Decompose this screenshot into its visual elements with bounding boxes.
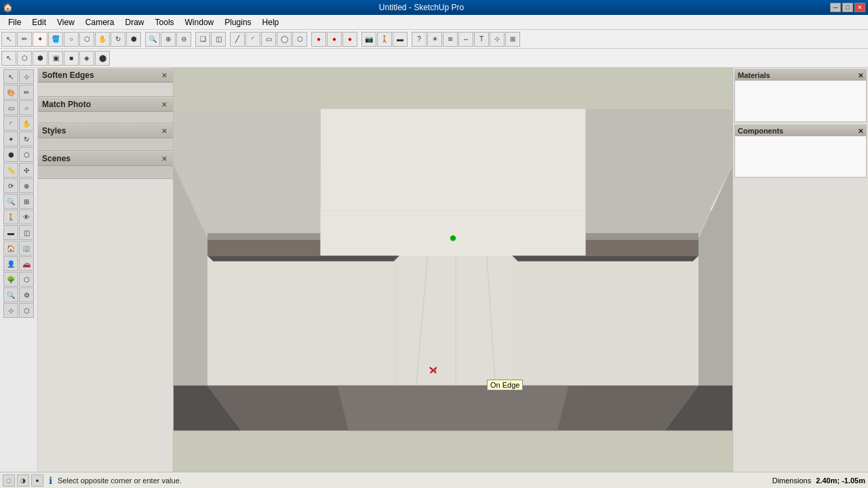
guides-icon[interactable]: ⊞	[505, 32, 520, 47]
lt-zoomext-icon[interactable]: ⊞	[19, 194, 34, 209]
lt-hand-icon[interactable]: ✋	[19, 116, 34, 131]
menubar-item-plugins[interactable]: Plugins	[219, 16, 256, 28]
lt-tree-icon[interactable]: 🌳	[3, 272, 18, 287]
styles-header[interactable]: Styles ✕	[38, 123, 173, 138]
cube-wire-icon[interactable]: ⬡	[17, 51, 32, 66]
materials-icon[interactable]: ◫	[211, 32, 226, 47]
styles-close-icon[interactable]: ✕	[159, 126, 169, 136]
arrow-tool-icon[interactable]: ↖	[1, 51, 16, 66]
help-icon[interactable]: ?	[412, 32, 427, 47]
match-photo-close-icon[interactable]: ✕	[159, 100, 169, 109]
cube-top-icon[interactable]: ⬢	[33, 51, 47, 66]
section-icon[interactable]: ▬	[393, 32, 408, 47]
rotate-icon[interactable]: ↻	[111, 32, 125, 47]
zoom-icon[interactable]: 🔍	[145, 32, 160, 47]
soften-edges-close-icon[interactable]: ✕	[159, 70, 169, 80]
components-close-icon[interactable]: ✕	[858, 127, 863, 135]
axes-icon[interactable]: ⊹	[490, 32, 505, 47]
components-icon[interactable]: ❑	[195, 32, 210, 47]
status-icon1[interactable]: ◌	[3, 474, 15, 487]
cube-front-icon[interactable]: ▣	[48, 51, 63, 66]
arc-icon[interactable]: ◜	[245, 32, 260, 47]
lt-lookaround-icon[interactable]: 👁	[19, 209, 34, 224]
lt-select-icon[interactable]: ↖	[3, 69, 18, 84]
pushpull-icon[interactable]: ⬡	[79, 32, 94, 47]
minimize-button[interactable]: ─	[830, 3, 841, 12]
lt-zoom2-icon[interactable]: 🔍	[3, 194, 18, 209]
shadow-icon[interactable]: ☀	[427, 32, 442, 47]
lt-search-icon[interactable]: 🔍	[3, 287, 18, 302]
lt-walk2-icon[interactable]: 🚶	[3, 209, 18, 224]
red-sphere2-icon[interactable]: ●	[327, 32, 342, 47]
eraser-icon[interactable]: ✦	[33, 32, 47, 47]
lt-select2-icon[interactable]: ⊹	[19, 69, 34, 84]
fog-icon[interactable]: ≋	[443, 32, 458, 47]
lt-person-icon[interactable]: 👤	[3, 256, 18, 271]
select-tool-icon[interactable]: ↖	[1, 32, 16, 47]
dimensions-icon[interactable]: ↔	[458, 32, 473, 47]
materials-close-icon[interactable]: ✕	[858, 72, 863, 79]
lt-unknown3-icon[interactable]: ⬡	[19, 303, 34, 318]
menubar-item-tools[interactable]: Tools	[150, 16, 180, 28]
lt-section3-icon[interactable]: ◫	[19, 225, 34, 240]
text-icon[interactable]: T	[474, 32, 489, 47]
lt-push-icon[interactable]: ⬡	[19, 147, 34, 162]
lt-arc2-icon[interactable]: ◜	[3, 116, 18, 131]
components-header[interactable]: Components ✕	[735, 125, 866, 136]
camera-icon[interactable]: 📷	[361, 32, 376, 47]
soften-edges-header[interactable]: Soften Edges ✕	[38, 68, 173, 83]
lt-pencil2-icon[interactable]: ✏	[19, 85, 34, 100]
polygon-icon[interactable]: ⬡	[292, 32, 307, 47]
menubar-item-edit[interactable]: Edit	[26, 16, 52, 28]
lt-rotate2-icon[interactable]: ↻	[19, 131, 34, 146]
status-icon2[interactable]: ◑	[17, 474, 29, 487]
lt-car-icon[interactable]: 🚗	[19, 256, 34, 271]
move-icon[interactable]: ✋	[95, 32, 110, 47]
scenes-header[interactable]: Scenes ✕	[38, 151, 173, 166]
lt-settings-icon[interactable]: ⚙	[19, 287, 34, 302]
lt-unknown2-icon[interactable]: ⊹	[3, 303, 18, 318]
close-button[interactable]: ✕	[854, 3, 865, 12]
lt-house-icon[interactable]: 🏠	[3, 241, 18, 256]
zoom-window-icon[interactable]: ⊕	[161, 32, 176, 47]
match-photo-panel: Match Photo ✕	[38, 97, 173, 123]
maximize-button[interactable]: □	[842, 3, 853, 12]
circle-icon[interactable]: ◯	[277, 32, 292, 47]
viewport-canvas[interactable]: On Edge	[174, 68, 732, 472]
lt-scale2-icon[interactable]: ⬢	[3, 147, 18, 162]
zoom-extents-icon[interactable]: ⊖	[176, 32, 191, 47]
paint-icon[interactable]: 🪣	[48, 32, 63, 47]
scale-icon[interactable]: ⬢	[126, 32, 141, 47]
cube-xray-icon[interactable]: ◈	[79, 51, 94, 66]
lt-paint-icon[interactable]: 🎨	[3, 85, 18, 100]
lt-rect-icon[interactable]: ▭	[3, 100, 18, 115]
lt-tape-icon[interactable]: 📏	[3, 163, 18, 178]
lt-building-icon[interactable]: 🏢	[19, 241, 34, 256]
red-sphere3-icon[interactable]: ●	[342, 32, 357, 47]
match-photo-header[interactable]: Match Photo ✕	[38, 97, 173, 112]
status-icon3[interactable]: ●	[31, 474, 43, 487]
line-icon[interactable]: ╱	[230, 32, 245, 47]
cube-solid-icon[interactable]: ■	[64, 51, 79, 66]
menubar-item-window[interactable]: Window	[180, 16, 220, 28]
pencil-icon[interactable]: ✏	[17, 32, 32, 47]
rectangle-icon[interactable]: ▭	[261, 32, 276, 47]
materials-header[interactable]: Materials ✕	[735, 70, 866, 81]
walk-icon[interactable]: 🚶	[377, 32, 392, 47]
lt-section2-icon[interactable]: ▬	[3, 225, 18, 240]
menubar-item-view[interactable]: View	[52, 16, 80, 28]
orbit-icon[interactable]: ○	[64, 32, 79, 47]
menubar-item-camera[interactable]: Camera	[80, 16, 120, 28]
lt-move2-icon[interactable]: ✦	[3, 131, 18, 146]
menubar-item-draw[interactable]: Draw	[120, 16, 150, 28]
red-sphere1-icon[interactable]: ●	[311, 32, 326, 47]
lt-pan-icon[interactable]: ⊕	[19, 178, 34, 193]
menubar-item-file[interactable]: File	[3, 16, 26, 28]
lt-unknown-icon[interactable]: ⬡	[19, 272, 34, 287]
scenes-close-icon[interactable]: ✕	[159, 154, 169, 163]
lt-orbit2-icon[interactable]: ⟳	[3, 178, 18, 193]
lt-proto-icon[interactable]: ✣	[19, 163, 34, 178]
cube-texture-icon[interactable]: ⬤	[95, 51, 110, 66]
menubar-item-help[interactable]: Help	[257, 16, 285, 28]
lt-circle2-icon[interactable]: ○	[19, 100, 34, 115]
